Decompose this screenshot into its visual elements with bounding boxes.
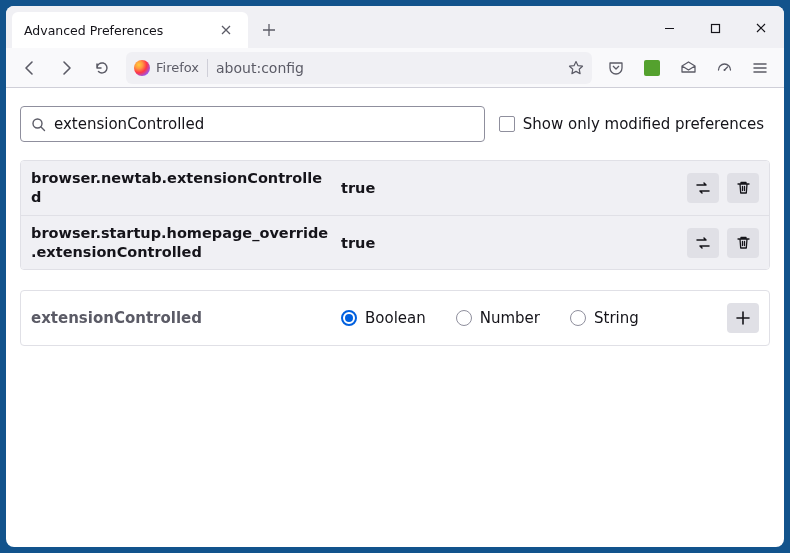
pref-actions: [687, 228, 759, 258]
browser-window: Advanced Preferences: [6, 6, 784, 547]
identity-box[interactable]: Firefox: [134, 60, 199, 76]
extension-icon: [644, 60, 660, 76]
dashboard-button[interactable]: [708, 52, 740, 84]
filter-modified-checkbox[interactable]: Show only modified preferences: [499, 115, 770, 133]
url-bar[interactable]: Firefox about:config: [126, 52, 592, 84]
type-number[interactable]: Number: [456, 309, 540, 327]
type-boolean[interactable]: Boolean: [341, 309, 426, 327]
identity-label: Firefox: [156, 60, 199, 75]
search-row: Show only modified preferences: [20, 106, 770, 142]
new-pref-name: extensionControlled: [31, 309, 331, 327]
back-button[interactable]: [14, 52, 46, 84]
close-window-button[interactable]: [738, 11, 784, 45]
search-box[interactable]: [20, 106, 485, 142]
mail-button[interactable]: [672, 52, 704, 84]
pref-value: true: [331, 235, 687, 251]
type-string[interactable]: String: [570, 309, 639, 327]
delete-button[interactable]: [727, 228, 759, 258]
pref-name: browser.startup.homepage_override.extens…: [31, 224, 331, 262]
new-tab-button[interactable]: [254, 15, 284, 45]
forward-button[interactable]: [50, 52, 82, 84]
tab-close-icon[interactable]: [216, 20, 236, 40]
search-input[interactable]: [54, 115, 474, 133]
search-icon: [31, 117, 46, 132]
pocket-button[interactable]: [600, 52, 632, 84]
type-options: Boolean Number String: [331, 309, 727, 327]
toggle-button[interactable]: [687, 228, 719, 258]
filter-label: Show only modified preferences: [523, 115, 764, 133]
url-text: about:config: [216, 60, 560, 76]
pref-row: browser.startup.homepage_override.extens…: [21, 215, 769, 270]
extension-button[interactable]: [636, 52, 668, 84]
navigation-toolbar: Firefox about:config: [6, 48, 784, 88]
delete-button[interactable]: [727, 173, 759, 203]
new-pref-row: extensionControlled Boolean Number Strin…: [20, 290, 770, 346]
pref-actions: [687, 173, 759, 203]
toggle-button[interactable]: [687, 173, 719, 203]
type-label: Number: [480, 309, 540, 327]
minimize-button[interactable]: [646, 11, 692, 45]
checkbox-icon: [499, 116, 515, 132]
separator: [207, 59, 208, 77]
titlebar: Advanced Preferences: [6, 6, 784, 48]
browser-tab[interactable]: Advanced Preferences: [12, 12, 248, 48]
bookmark-star-icon[interactable]: [568, 60, 584, 76]
svg-rect-0: [711, 24, 719, 32]
pref-name: browser.newtab.extensionControlled: [31, 169, 331, 207]
radio-icon: [570, 310, 586, 326]
pref-value: true: [331, 180, 687, 196]
pref-row: browser.newtab.extensionControlled true: [21, 161, 769, 215]
app-menu-button[interactable]: [744, 52, 776, 84]
radio-icon: [456, 310, 472, 326]
maximize-button[interactable]: [692, 11, 738, 45]
preferences-list: browser.newtab.extensionControlled true …: [20, 160, 770, 270]
reload-button[interactable]: [86, 52, 118, 84]
tab-title: Advanced Preferences: [24, 23, 216, 38]
firefox-icon: [134, 60, 150, 76]
radio-icon: [341, 310, 357, 326]
window-controls: [646, 11, 784, 45]
type-label: String: [594, 309, 639, 327]
add-button[interactable]: [727, 303, 759, 333]
svg-point-1: [723, 69, 725, 71]
type-label: Boolean: [365, 309, 426, 327]
about-config-content: Show only modified preferences browser.n…: [6, 88, 784, 547]
